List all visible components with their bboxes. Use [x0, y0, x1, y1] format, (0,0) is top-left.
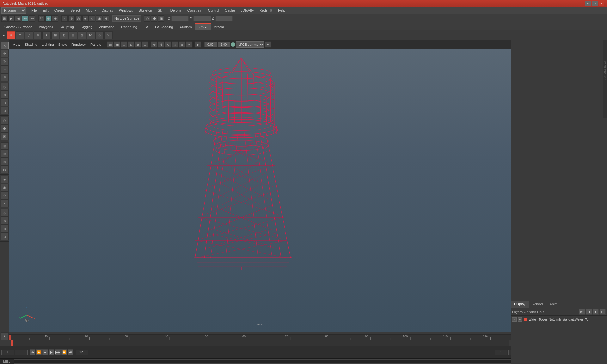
- layer-vis-p[interactable]: P: [518, 317, 522, 322]
- toolbar-btn-5[interactable]: ↪: [29, 15, 35, 22]
- shelf-btn-2[interactable]: ⊙: [16, 31, 24, 39]
- toolbar-btn-3[interactable]: ◀: [15, 15, 21, 22]
- minimize-button[interactable]: −: [585, 1, 591, 6]
- menu-skin[interactable]: Skin: [155, 8, 167, 13]
- toolbar-lasso-btn[interactable]: ⊙: [68, 15, 75, 22]
- options-menu[interactable]: Options: [524, 310, 536, 314]
- tab-arnold[interactable]: Arnold: [211, 23, 227, 30]
- tool-btn-bottom[interactable]: +: [1, 332, 9, 340]
- toolbar-btn-10[interactable]: ◇: [89, 15, 95, 22]
- layer-tab-display[interactable]: Display: [511, 301, 529, 308]
- current-frame-field[interactable]: 1: [15, 350, 28, 355]
- toolbar-btn-1[interactable]: ⊞: [1, 15, 8, 22]
- timeline[interactable]: [9, 340, 511, 346]
- far-clip-field[interactable]: 1.00: [218, 42, 230, 47]
- tab-sculpting[interactable]: Sculpting: [57, 23, 77, 30]
- vp-tb-7[interactable]: ⊕: [151, 41, 157, 48]
- tool-btn-9[interactable]: ⊟: [1, 150, 9, 158]
- next-frame-btn[interactable]: ▶▶: [55, 349, 61, 355]
- menu-deform[interactable]: Deform: [168, 8, 184, 13]
- anim-start-field[interactable]: 1: [495, 350, 507, 355]
- toolbar-btn-11[interactable]: ◉: [96, 15, 102, 22]
- toolbar-btn-12[interactable]: ⊘: [103, 15, 109, 22]
- layer-nav-next[interactable]: ▶: [593, 309, 599, 315]
- tool-btn-18[interactable]: ⊕: [1, 225, 9, 233]
- select-tool[interactable]: ↖: [1, 42, 9, 49]
- vp-tb-1[interactable]: ⊞: [107, 41, 113, 48]
- scale-tool[interactable]: ⤢: [1, 65, 9, 73]
- shelf-btn-8[interactable]: ⊟: [69, 31, 77, 39]
- y-field[interactable]: [193, 16, 211, 21]
- menu-3dtoall[interactable]: 3DtoAll▾: [238, 8, 256, 13]
- toolbar-btn-7[interactable]: ⊕: [45, 15, 52, 22]
- toolbar-btn-2[interactable]: ▶: [8, 15, 15, 22]
- tab-polygons[interactable]: Polygons: [35, 23, 56, 30]
- menu-redshift[interactable]: Redshift: [257, 8, 275, 13]
- tool-btn-19[interactable]: ⊘: [1, 233, 9, 240]
- toolbar-select-btn[interactable]: ↖: [61, 15, 68, 22]
- vp-tb-8[interactable]: ✛: [158, 41, 164, 48]
- layer-nav-prev[interactable]: ◀: [586, 309, 592, 315]
- vp-tb-2[interactable]: ▣: [114, 41, 120, 48]
- layer-nav-first[interactable]: ⏮: [579, 309, 585, 315]
- tool-btn-11[interactable]: ⋈: [1, 166, 9, 173]
- viewport-menu-show[interactable]: Show: [57, 42, 69, 47]
- maximize-button[interactable]: □: [592, 1, 598, 6]
- shelf-btn-9[interactable]: ⊠: [78, 31, 86, 39]
- menu-skeleton[interactable]: Skeleton: [136, 8, 155, 13]
- menu-cache[interactable]: Cache: [222, 8, 237, 13]
- step-fwd-btn[interactable]: ⏩: [61, 349, 67, 355]
- no-live-surface-dropdown[interactable]: No Live Surface: [112, 15, 141, 22]
- layer-tab-anim[interactable]: Anim: [546, 301, 561, 308]
- vp-tb-render[interactable]: ▶: [195, 41, 201, 48]
- menu-modify[interactable]: Modify: [83, 8, 98, 13]
- layer-tab-render[interactable]: Render: [529, 301, 546, 308]
- shelf-btn-6[interactable]: ⊞: [51, 31, 59, 39]
- prev-frame-btn[interactable]: ◀: [42, 349, 48, 355]
- toolbar-btn-6[interactable]: ⬚: [38, 15, 45, 22]
- vp-tb-5[interactable]: ⊠: [135, 41, 141, 48]
- rotate-tool[interactable]: ↻: [1, 58, 9, 65]
- tool-btn-6[interactable]: ⬢: [1, 124, 9, 132]
- tab-custom[interactable]: Custom: [177, 23, 195, 30]
- tab-curves-surfaces[interactable]: Curves / Surfaces: [1, 23, 35, 30]
- toolbar-paint-btn[interactable]: ◎: [75, 15, 82, 22]
- shelf-btn-11[interactable]: ⊹: [95, 31, 104, 39]
- vp-tb-10[interactable]: ◎: [172, 41, 178, 48]
- tool-btn-17[interactable]: ⊗: [1, 217, 9, 225]
- layers-menu[interactable]: Layers: [512, 310, 523, 314]
- layer-nav-last[interactable]: ⏭: [600, 309, 606, 315]
- tool-btn-3[interactable]: ⊙: [1, 99, 9, 106]
- toolbar-btn-15[interactable]: ▣: [158, 15, 164, 22]
- command-input[interactable]: [14, 359, 562, 364]
- menu-display[interactable]: Display: [99, 8, 116, 13]
- viewport-menu-lighting[interactable]: Lighting: [40, 42, 56, 47]
- near-clip-field[interactable]: 0.00: [204, 42, 217, 47]
- z-field[interactable]: [215, 16, 233, 21]
- shelf-btn-4[interactable]: ⊕: [34, 31, 42, 39]
- shelf-btn-7[interactable]: ⊡: [60, 31, 68, 39]
- tab-xgen[interactable]: XGen: [195, 23, 210, 30]
- tool-btn-10[interactable]: ⊠: [1, 158, 9, 166]
- close-button[interactable]: ✕: [599, 1, 604, 6]
- shelf-btn-5[interactable]: ✦: [42, 31, 51, 39]
- tab-animation[interactable]: Animation: [96, 23, 118, 30]
- toolbar-btn-9[interactable]: ◈: [82, 15, 89, 22]
- vp-tb-6[interactable]: ⊟: [142, 41, 148, 48]
- frame-end-field[interactable]: 120: [76, 350, 88, 355]
- viewport-menu-view[interactable]: View: [11, 42, 22, 47]
- goto-end-btn[interactable]: ⏭: [68, 349, 73, 355]
- menu-edit[interactable]: Edit: [40, 8, 51, 13]
- viewport-menu-renderer[interactable]: Renderer: [70, 42, 88, 47]
- tab-rendering[interactable]: Rendering: [118, 23, 140, 30]
- 3d-viewport[interactable]: View Shading Lighting Show Renderer Pane…: [9, 40, 511, 332]
- menu-constrain[interactable]: Constrain: [185, 8, 205, 13]
- tool-btn-2[interactable]: ⊗: [1, 91, 9, 99]
- help-menu[interactable]: Help: [537, 310, 544, 314]
- viewport-menu-shading[interactable]: Shading: [23, 42, 39, 47]
- layout-dropdown[interactable]: Rigging Animation Modeling: [1, 7, 26, 14]
- universal-tool[interactable]: ⊕: [1, 73, 9, 81]
- shelf-btn-1[interactable]: X: [7, 31, 15, 39]
- vp-gamma-dropdown[interactable]: ▾: [265, 41, 271, 48]
- tool-btn-7[interactable]: ▣: [1, 132, 9, 140]
